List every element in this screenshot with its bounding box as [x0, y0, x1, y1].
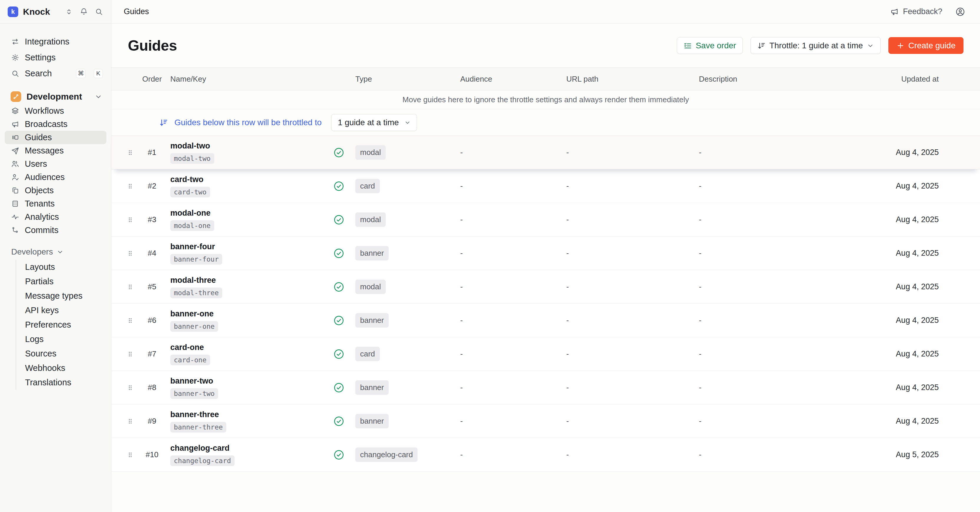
workspace-switcher[interactable]: k Knock	[0, 0, 111, 24]
environment-switcher[interactable]: Development	[5, 89, 107, 104]
developers-sub-item[interactable]: Logs	[16, 332, 107, 347]
sidebar-item-commits[interactable]: Commits	[5, 224, 107, 237]
sidebar-item-settings[interactable]: Settings	[5, 49, 107, 65]
guide-name: modal-one	[170, 208, 211, 218]
sidebar-item-audiences[interactable]: Audiences	[5, 170, 107, 184]
chevrons-up-down-icon[interactable]	[65, 8, 73, 16]
developers-sub-item[interactable]: Webhooks	[16, 361, 107, 375]
sidebar-item-messages[interactable]: Messages	[5, 144, 107, 157]
drag-handle-icon[interactable]	[127, 215, 134, 224]
sidebar-item-label: Analytics	[25, 212, 59, 222]
user-avatar-button[interactable]	[955, 7, 965, 17]
table-row[interactable]: #9 banner-three banner-three banner - - …	[111, 404, 980, 438]
feedback-label: Feedback?	[903, 7, 942, 16]
knock-logo-letter: k	[11, 8, 15, 16]
sidebar-item-guides[interactable]: Guides	[5, 131, 107, 144]
plus-icon	[896, 41, 905, 50]
drag-handle-icon[interactable]	[127, 417, 134, 426]
sidebar-item-label: Integrations	[25, 37, 103, 46]
guide-type-badge: modal	[355, 212, 386, 227]
breadcrumb: Guides	[124, 7, 149, 16]
drag-handle-icon[interactable]	[127, 350, 134, 359]
guides-icon	[11, 134, 19, 142]
sidebar-item-integrations[interactable]: Integrations	[5, 33, 107, 49]
developers-sub-item[interactable]: Translations	[16, 375, 107, 390]
guide-key-badge: modal-two	[170, 153, 214, 164]
developers-sub-item[interactable]: Sources	[16, 347, 107, 361]
guide-type-badge: modal	[355, 280, 386, 294]
sidebar-item-search[interactable]: Search ⌘ K	[5, 65, 107, 81]
search-icon	[11, 70, 19, 78]
sidebar-item-users[interactable]: Users	[5, 157, 107, 170]
sidebar-item-analytics[interactable]: Analytics	[5, 210, 107, 224]
drag-handle-icon[interactable]	[127, 148, 134, 157]
developers-sub-item[interactable]: Layouts	[16, 260, 107, 274]
sidebar-item-tenants[interactable]: Tenants	[5, 197, 107, 210]
guide-audience: -	[450, 282, 556, 291]
guide-updated-at: Aug 4, 2025	[889, 148, 980, 157]
sort-descending-icon	[159, 118, 168, 127]
cmd-key-badge: ⌘	[76, 69, 86, 78]
guide-audience: -	[450, 383, 556, 392]
throttle-setting-button[interactable]: Throttle: 1 guide at a time	[751, 37, 881, 54]
sidebar-item-label: Broadcasts	[25, 119, 67, 129]
table-row[interactable]: #3 modal-one modal-one modal - - - Aug 4…	[111, 203, 980, 237]
developers-sub-item[interactable]: Message types	[16, 289, 107, 303]
guide-name: banner-one	[170, 309, 214, 318]
developers-section-toggle[interactable]: Developers	[5, 245, 107, 259]
drag-handle-icon[interactable]	[127, 450, 134, 459]
developers-sub-item[interactable]: Preferences	[16, 318, 107, 332]
guide-key-badge: banner-four	[170, 254, 222, 264]
table-row[interactable]: #8 banner-two banner-two banner - - - Au…	[111, 371, 980, 404]
unthrottled-drop-zone[interactable]: Move guides here to ignore the throttle …	[111, 91, 980, 109]
table-row[interactable]: #10 changelog-card changelog-card change…	[111, 438, 980, 472]
guide-audience: -	[450, 181, 556, 191]
users-icon	[11, 160, 19, 168]
table-row[interactable]: #6 banner-one banner-one banner - - - Au…	[111, 304, 980, 337]
developers-sub-item[interactable]: API keys	[16, 303, 107, 318]
bell-icon[interactable]	[80, 8, 88, 16]
sidebar-item-broadcasts[interactable]: Broadcasts	[5, 118, 107, 131]
guide-audience: -	[450, 249, 556, 258]
drag-handle-icon[interactable]	[127, 249, 134, 258]
page-header: Guides Save order Throttle: 1 guide at a…	[111, 24, 980, 68]
guide-name: card-two	[170, 175, 204, 184]
column-header-order: Order	[141, 75, 163, 84]
guide-type-badge: banner	[355, 246, 389, 261]
table-row[interactable]: #2 card-two card-two card - - - Aug 4, 2…	[111, 169, 980, 203]
guide-order: #10	[141, 450, 163, 459]
guide-description: -	[688, 316, 889, 325]
unthrottled-hint-text: Move guides here to ignore the throttle …	[402, 95, 689, 104]
guide-url-path: -	[556, 215, 688, 224]
drag-handle-icon[interactable]	[127, 283, 134, 291]
table-row[interactable]: #4 banner-four banner-four banner - - - …	[111, 237, 980, 270]
sidebar-nav: Integrations Settings Search ⌘ K Develop…	[0, 24, 111, 390]
sidebar-item-label: Commits	[25, 225, 58, 235]
search-icon[interactable]	[95, 8, 103, 16]
guide-updated-at: Aug 4, 2025	[889, 215, 980, 224]
throttle-amount-select[interactable]: 1 guide at a time	[331, 114, 417, 131]
table-row[interactable]: #7 card-one card-one card - - - Aug 4, 2…	[111, 337, 980, 371]
guide-description: -	[688, 417, 889, 426]
column-header-description: Description	[688, 75, 889, 84]
sidebar-item-workflows[interactable]: Workflows	[5, 104, 107, 118]
developers-sub-item[interactable]: Partials	[16, 274, 107, 289]
table-row[interactable]: #1 modal-two modal-two modal - - - Aug 4…	[111, 136, 980, 169]
sidebar-item-label: Guides	[25, 133, 52, 142]
user-circle-icon	[955, 7, 965, 17]
drag-handle-icon[interactable]	[127, 316, 134, 325]
guide-audience: -	[450, 350, 556, 359]
developers-list: Layouts Partials Message types API keys …	[16, 260, 107, 390]
drag-handle-icon[interactable]	[127, 383, 134, 392]
sidebar-item-objects[interactable]: Objects	[5, 184, 107, 197]
table-row[interactable]: #5 modal-three modal-three modal - - - A…	[111, 270, 980, 304]
save-order-button[interactable]: Save order	[677, 37, 743, 54]
feedback-button[interactable]: Feedback?	[890, 7, 942, 16]
sidebar-item-label: Settings	[25, 53, 103, 62]
chevron-down-icon	[404, 119, 411, 126]
activity-icon	[11, 213, 19, 221]
guide-url-path: -	[556, 350, 688, 359]
drag-handle-icon[interactable]	[127, 182, 134, 191]
create-guide-button[interactable]: Create guide	[888, 37, 964, 54]
layers-icon	[11, 107, 19, 115]
